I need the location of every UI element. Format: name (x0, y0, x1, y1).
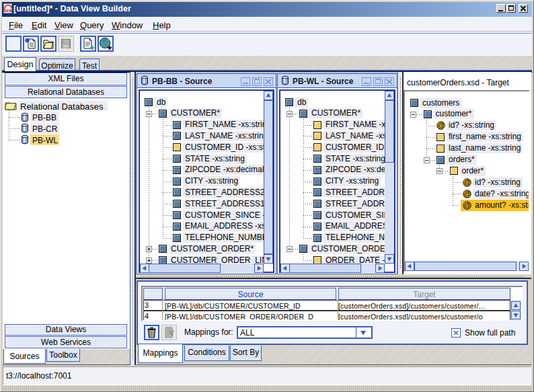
svg-text:@: @ (463, 190, 471, 198)
svg-text:@: @ (463, 178, 471, 186)
svg-text:@: @ (463, 201, 471, 209)
svg-text:bea: bea (3, 8, 11, 13)
svg-text:@: @ (437, 121, 445, 129)
